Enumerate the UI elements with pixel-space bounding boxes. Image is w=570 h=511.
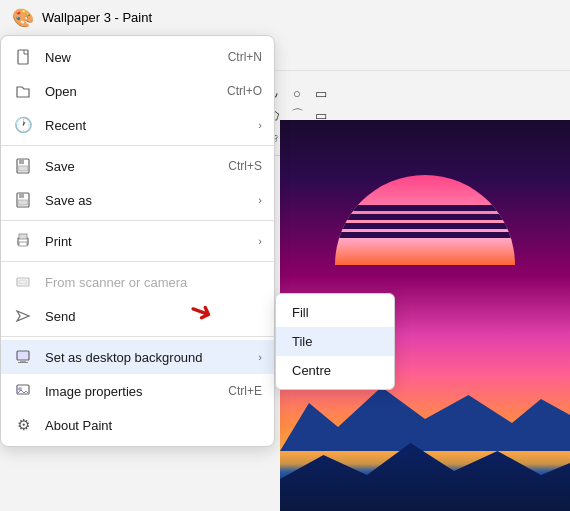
open-icon xyxy=(13,81,33,101)
menu-item-about[interactable]: ⚙ About Paint xyxy=(1,408,274,442)
new-label: New xyxy=(45,50,216,65)
svg-rect-19 xyxy=(20,360,26,362)
svg-rect-17 xyxy=(19,280,27,284)
print-arrow: › xyxy=(258,235,262,247)
rect-button[interactable]: ▭ xyxy=(310,83,332,103)
title-bar: 🎨 Wallpaper 3 - Paint xyxy=(0,0,570,35)
menu-item-saveas[interactable]: Save as › xyxy=(1,183,274,217)
scanner-label: From scanner or camera xyxy=(45,275,262,290)
print-icon xyxy=(13,231,33,251)
save-shortcut: Ctrl+S xyxy=(228,159,262,173)
svg-rect-15 xyxy=(19,242,27,246)
save-label: Save xyxy=(45,159,216,174)
app-icon: 🎨 xyxy=(12,7,34,29)
saveas-arrow: › xyxy=(258,194,262,206)
grid-lines xyxy=(280,451,570,511)
imageprops-icon xyxy=(13,381,33,401)
open-label: Open xyxy=(45,84,215,99)
title-bar-text: Wallpaper 3 - Paint xyxy=(42,10,152,25)
svg-rect-12 xyxy=(18,200,28,205)
desktop-background-submenu: Fill Tile Centre xyxy=(275,293,395,390)
menu-item-send[interactable]: Send xyxy=(1,299,274,333)
setdesktop-icon xyxy=(13,347,33,367)
svg-rect-14 xyxy=(19,234,27,239)
imageprops-label: Image properties xyxy=(45,384,216,399)
sun-lines xyxy=(335,205,515,265)
separator-3 xyxy=(1,261,274,262)
save-menu-icon xyxy=(13,156,33,176)
svg-rect-8 xyxy=(19,159,24,164)
send-label: Send xyxy=(45,309,262,324)
separator-2 xyxy=(1,220,274,221)
recent-label: Recent xyxy=(45,118,246,133)
saveas-icon xyxy=(13,190,33,210)
imageprops-shortcut: Ctrl+E xyxy=(228,384,262,398)
menu-item-recent[interactable]: 🕐 Recent › xyxy=(1,108,274,142)
synthwave-sun xyxy=(335,175,515,265)
menu-item-save[interactable]: Save Ctrl+S xyxy=(1,149,274,183)
about-icon: ⚙ xyxy=(13,415,33,435)
submenu-item-fill[interactable]: Fill xyxy=(276,298,394,327)
new-shortcut: Ctrl+N xyxy=(228,50,262,64)
scanner-icon xyxy=(13,272,33,292)
submenu-item-tile[interactable]: Tile xyxy=(276,327,394,356)
svg-rect-11 xyxy=(19,193,24,198)
svg-rect-20 xyxy=(18,362,28,363)
separator-1 xyxy=(1,145,274,146)
menu-item-scanner: From scanner or camera xyxy=(1,265,274,299)
file-dropdown-menu: New Ctrl+N Open Ctrl+O 🕐 Recent › Save C… xyxy=(0,35,275,447)
print-label: Print xyxy=(45,234,246,249)
setdesktop-label: Set as desktop background xyxy=(45,350,246,365)
oval-button[interactable]: ○ xyxy=(286,83,308,103)
menu-item-print[interactable]: Print › xyxy=(1,224,274,258)
separator-4 xyxy=(1,336,274,337)
submenu-item-centre[interactable]: Centre xyxy=(276,356,394,385)
saveas-label: Save as xyxy=(45,193,246,208)
svg-rect-6 xyxy=(18,50,28,64)
menu-item-imageprops[interactable]: Image properties Ctrl+E xyxy=(1,374,274,408)
recent-arrow: › xyxy=(258,119,262,131)
menu-item-setdesktop[interactable]: Set as desktop background › xyxy=(1,340,274,374)
open-shortcut: Ctrl+O xyxy=(227,84,262,98)
setdesktop-arrow: › xyxy=(258,351,262,363)
new-icon xyxy=(13,47,33,67)
send-icon xyxy=(13,306,33,326)
svg-rect-18 xyxy=(17,351,29,360)
recent-icon: 🕐 xyxy=(13,115,33,135)
about-label: About Paint xyxy=(45,418,262,433)
menu-item-new[interactable]: New Ctrl+N xyxy=(1,40,274,74)
svg-rect-9 xyxy=(18,166,28,171)
menu-item-open[interactable]: Open Ctrl+O xyxy=(1,74,274,108)
